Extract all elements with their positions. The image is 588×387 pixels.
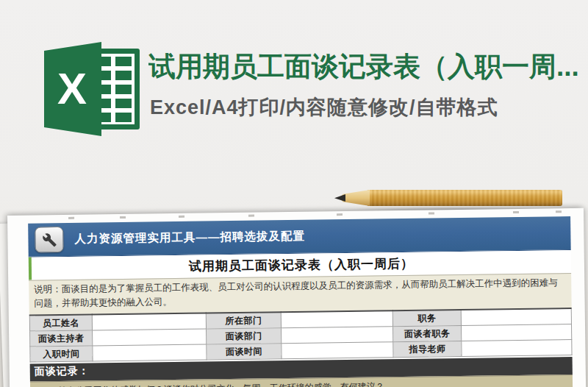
field-label: 指导老师 [393,341,462,357]
wrench-button[interactable] [35,227,63,253]
tick [179,216,184,218]
pencil-wood-tip [339,190,370,206]
tick [248,215,254,217]
field-value-cell[interactable] [282,327,393,344]
pencil-graphite-tip [334,194,345,202]
tick [68,217,74,219]
field-label: 面谈主持者 [30,330,93,347]
tick [120,216,126,219]
product-subtitle: Excel/A4打印/内容随意修改/自带格式 [150,94,588,121]
field-value-cell[interactable] [93,344,207,361]
sheet-header-title: 人力资源管理实用工具——招聘选拔及配置 [74,229,305,247]
field-label: 面谈时间 [207,344,282,360]
field-label: 面谈者职务 [393,325,462,341]
field-label: 入职时间 [30,346,93,362]
info-table: 员工姓名 所在部门 职务 面谈主持者 面谈部门 面谈者职务 入职时间 [29,308,573,363]
product-title: 试用期员工面谈记录表（入职一周... [148,49,588,84]
field-label: 职务 [392,310,461,327]
tick [513,211,519,213]
template-preview-page: X 试用期员工面谈记录表（入职一周... Excel/A4打印/内容随意修改/自… [0,0,588,387]
field-value-cell[interactable] [281,310,392,327]
tick [429,212,434,214]
wrench-icon [42,232,57,247]
field-value-cell[interactable] [462,339,572,356]
pencil-body [368,190,562,206]
field-label: 员工姓名 [29,315,92,332]
field-value-cell[interactable] [93,329,207,346]
field-value-cell[interactable] [462,324,572,341]
excel-logo-icon: X [44,41,144,137]
tick [337,213,343,216]
svg-text:X: X [57,64,87,113]
field-value-cell[interactable] [92,313,206,330]
field-value-cell[interactable] [282,342,393,359]
field-value-cell[interactable] [461,308,571,325]
field-label: 面谈部门 [207,328,282,344]
sheet-preview-paper: 人力资源管理实用工具——招聘选拔及配置 试用期员工面谈记录表（入职一周后） 说明… [7,208,586,387]
field-label: 所在部门 [206,312,281,329]
tick [556,210,562,213]
